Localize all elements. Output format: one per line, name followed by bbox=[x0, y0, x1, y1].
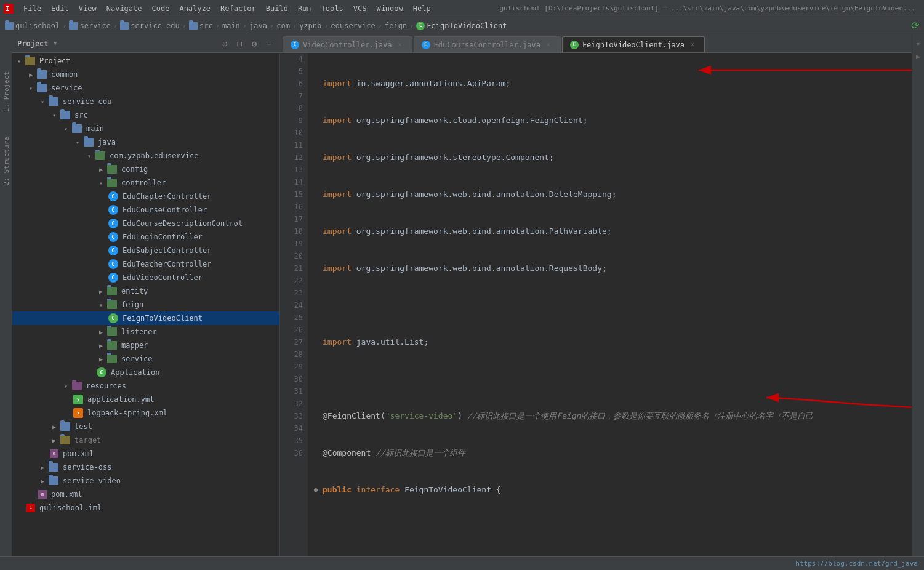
tree-item-test[interactable]: ▶ test bbox=[12, 420, 279, 433]
tree-item-entity[interactable]: ▶ entity bbox=[12, 284, 279, 298]
tree-item-edusubject[interactable]: C EduSubjectController bbox=[12, 244, 279, 257]
menu-refactor[interactable]: Refactor bbox=[215, 2, 261, 15]
svg-text:I: I bbox=[6, 6, 9, 12]
tree-item-feign[interactable]: ▾ feign bbox=[12, 298, 279, 311]
menu-edit[interactable]: Edit bbox=[46, 2, 74, 15]
tree-item-eduvideo[interactable]: C EduVideoController bbox=[12, 271, 279, 284]
tree-item-service-oss[interactable]: ▶ service-oss bbox=[12, 460, 279, 474]
project-panel: Project ▾ ⊕ ⊟ ⚙ − ▾ Project ▶ common bbox=[12, 34, 280, 556]
tree-item-mapper[interactable]: ▶ mapper bbox=[12, 339, 279, 352]
tab-close-feign[interactable]: × bbox=[688, 41, 697, 49]
menu-code[interactable]: Code bbox=[147, 2, 175, 15]
menu-build[interactable]: Build bbox=[261, 2, 293, 15]
settings-icon[interactable]: ⚙ bbox=[249, 38, 260, 49]
tree-item-edulogin[interactable]: C EduLoginController bbox=[12, 230, 279, 244]
code-content: import io.swagger.annotations.ApiParam; … bbox=[308, 53, 912, 556]
favorites-icon[interactable]: ★ bbox=[912, 37, 925, 49]
hide-panel-icon[interactable]: − bbox=[263, 38, 275, 49]
tree-item-src[interactable]: ▾ src bbox=[12, 108, 279, 122]
breadcrumb-feign[interactable]: feign bbox=[385, 22, 407, 30]
tree-item-pom-edu[interactable]: m pom.xml bbox=[12, 447, 279, 460]
line-10 bbox=[314, 299, 912, 311]
tree-item-java[interactable]: ▾ java bbox=[12, 135, 279, 149]
menu-tools[interactable]: Tools bbox=[316, 2, 348, 15]
tree-item-feigntovideoclient[interactable]: C FeignToVideoClient bbox=[12, 311, 279, 325]
menubar: I File Edit View Navigate Code Analyze R… bbox=[0, 0, 924, 17]
menu-analyze[interactable]: Analyze bbox=[174, 2, 215, 15]
panel-title: Project bbox=[17, 39, 49, 48]
breadcrumb: gulischool › service › service-edu › src… bbox=[0, 17, 924, 34]
tree-item-controller[interactable]: ▾ controller bbox=[12, 176, 279, 190]
run-icon[interactable]: ▶ bbox=[912, 50, 925, 63]
sync-icon[interactable]: ⟳ bbox=[911, 20, 919, 31]
tree-item-target[interactable]: ▶ target bbox=[12, 433, 279, 447]
tree-item-config[interactable]: ▶ config bbox=[12, 163, 279, 176]
tree-item-service[interactable]: ▾ service bbox=[12, 81, 279, 95]
code-lines: 4 5 6 7 8 9 10 11 12 13 14 15 16 17 18 1… bbox=[280, 53, 912, 556]
tree-item-listener[interactable]: ▶ listener bbox=[12, 325, 279, 339]
project-label[interactable]: 1: Project bbox=[2, 71, 10, 112]
breadcrumb-service[interactable]: service bbox=[69, 22, 111, 30]
tree-item-pom-service[interactable]: m pom.xml bbox=[12, 488, 279, 501]
tab-label-feign: FeignToVideoClient.java bbox=[582, 41, 685, 49]
line-4: import io.swagger.annotations.ApiParam; bbox=[314, 78, 912, 90]
line-7: import org.springframework.web.bind.anno… bbox=[314, 188, 912, 201]
line-numbers: 4 5 6 7 8 9 10 11 12 13 14 15 16 17 18 1… bbox=[280, 53, 308, 556]
breadcrumb-com[interactable]: com bbox=[276, 22, 290, 30]
breadcrumb-java[interactable]: java bbox=[249, 22, 267, 30]
breadcrumb-gulischool[interactable]: gulischool bbox=[5, 22, 60, 30]
tab-close-educourse[interactable]: × bbox=[544, 41, 553, 49]
line-15: ● public interface FeignToVideoClient { bbox=[314, 484, 912, 496]
tree-item-service-edu[interactable]: ▾ service-edu bbox=[12, 95, 279, 108]
tree-item-package[interactable]: ▾ com.yzpnb.eduservice bbox=[12, 149, 279, 163]
breadcrumb-eduservice[interactable]: eduservice bbox=[331, 22, 376, 30]
menu-navigate[interactable]: Navigate bbox=[102, 2, 147, 15]
line-6: import org.springframework.stereotype.Co… bbox=[314, 151, 912, 164]
tree-item-service-video[interactable]: ▶ service-video bbox=[12, 474, 279, 488]
breadcrumb-service-edu[interactable]: service-edu bbox=[120, 22, 179, 30]
tree-item-gulischool-iml[interactable]: i gulischool.iml bbox=[12, 501, 279, 515]
tab-videocontroller[interactable]: C VideoController.java × bbox=[283, 36, 412, 52]
tree-item-service-pkg[interactable]: ▶ service bbox=[12, 352, 279, 366]
tree-item-project[interactable]: ▾ Project bbox=[12, 54, 279, 68]
tree-item-common[interactable]: ▶ common bbox=[12, 68, 279, 81]
side-tools: ★ ▶ bbox=[912, 34, 924, 556]
menu-view[interactable]: View bbox=[74, 2, 102, 15]
tree-item-eduteacher[interactable]: C EduTeacherController bbox=[12, 257, 279, 271]
tree-item-appyml[interactable]: y application.yml bbox=[12, 393, 279, 406]
add-file-icon[interactable]: ⊕ bbox=[219, 38, 230, 49]
line-12 bbox=[314, 373, 912, 385]
editor-area: C VideoController.java × C EduCourseCont… bbox=[280, 34, 912, 556]
app-logo: I bbox=[2, 2, 15, 15]
menu-help[interactable]: Help bbox=[408, 2, 436, 15]
tab-feigntovideoclient[interactable]: C FeignToVideoClient.java × bbox=[562, 36, 705, 52]
status-bar: https://blog.csdn.net/grd_java bbox=[0, 556, 924, 570]
code-editor[interactable]: 4 5 6 7 8 9 10 11 12 13 14 15 16 17 18 1… bbox=[280, 53, 912, 556]
line-9: import org.springframework.web.bind.anno… bbox=[314, 262, 912, 275]
tree-item-educhapter[interactable]: C EduChapterController bbox=[12, 190, 279, 203]
breadcrumb-src[interactable]: src bbox=[189, 22, 213, 30]
menu-file[interactable]: File bbox=[18, 2, 46, 15]
collapse-all-icon[interactable]: ⊟ bbox=[234, 38, 245, 49]
structure-label[interactable]: 2: Structure bbox=[2, 137, 10, 185]
tab-educoursecontroller[interactable]: C EduCourseController.java × bbox=[414, 36, 561, 52]
tab-label-videocontroller: VideoController.java bbox=[303, 41, 392, 49]
menu-window[interactable]: Window bbox=[371, 2, 408, 15]
tree-item-resources[interactable]: ▾ resources bbox=[12, 379, 279, 393]
line-14: @Component //标识此接口是一个组件 bbox=[314, 447, 912, 459]
tab-bar: C VideoController.java × C EduCourseCont… bbox=[280, 34, 912, 53]
tab-close-videocontroller[interactable]: × bbox=[396, 41, 404, 49]
breadcrumb-main[interactable]: main bbox=[222, 22, 240, 30]
breadcrumb-yzpnb[interactable]: yzpnb bbox=[299, 22, 321, 30]
tree-item-logback[interactable]: x logback-spring.xml bbox=[12, 406, 279, 420]
tree-item-main[interactable]: ▾ main bbox=[12, 122, 279, 135]
tree-item-educourse[interactable]: C EduCourseController bbox=[12, 203, 279, 217]
tree-item-application[interactable]: C Application bbox=[12, 366, 279, 379]
line-8: import org.springframework.web.bind.anno… bbox=[314, 225, 912, 238]
menu-run[interactable]: Run bbox=[293, 2, 316, 15]
menu-vcs[interactable]: VCS bbox=[348, 2, 372, 15]
tree-item-educoursedesc[interactable]: C EduCourseDescriptionControl bbox=[12, 217, 279, 230]
status-url[interactable]: https://blog.csdn.net/grd_java bbox=[795, 560, 918, 568]
breadcrumb-feigntovideoclient[interactable]: C FeignToVideoClient bbox=[416, 22, 507, 30]
main-area: 1: Project 2: Structure Project ▾ ⊕ ⊟ ⚙ … bbox=[0, 34, 924, 556]
